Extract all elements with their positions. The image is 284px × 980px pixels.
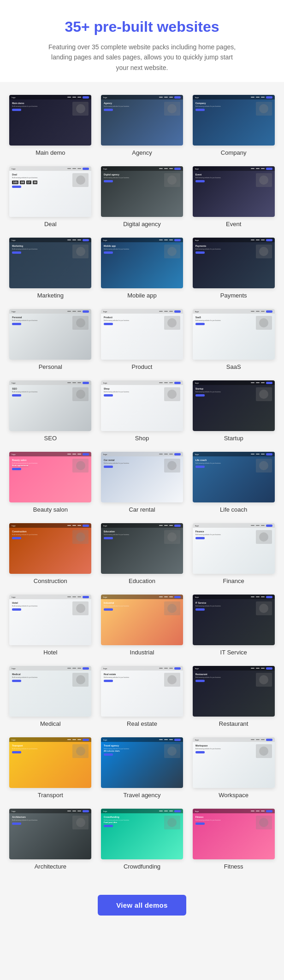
- item-label-real-estate: Real estate: [127, 720, 157, 727]
- thumb-inner-company: logo Company Build amazing websites for …: [193, 95, 275, 146]
- grid-item-main-demo[interactable]: logo Main demo Build amazing websites fo…: [5, 91, 96, 163]
- item-label-restaurant: Restaurant: [219, 720, 248, 727]
- grid-item-seo[interactable]: logo SEO Build amazing websites for your…: [5, 377, 96, 448]
- item-label-education: Education: [129, 578, 155, 584]
- item-label-digital-agency: Digital agency: [123, 221, 161, 228]
- item-label-car-rental: Car rental: [129, 506, 155, 513]
- thumb-inner-finance: logo Finance Build amazing websites for …: [193, 523, 275, 574]
- grid-item-medical[interactable]: logo Medical Build amazing websites for …: [5, 662, 96, 734]
- thumb-industrial: logo Industrial Build amazing websites f…: [101, 595, 183, 645]
- thumb-medical: logo Medical Build amazing websites for …: [9, 666, 91, 717]
- item-label-it-service: IT Service: [220, 649, 247, 656]
- demos-grid: logo Main demo Build amazing websites fo…: [0, 82, 284, 886]
- thumb-inner-car-rental: logo Car rental Build amazing websites f…: [101, 452, 183, 502]
- view-all-container: View all demos: [0, 886, 284, 929]
- item-label-industrial: Industrial: [130, 649, 154, 656]
- item-label-seo: SEO: [44, 435, 57, 442]
- thumb-workspace: logo Workspace Build amazing websites fo…: [193, 737, 275, 788]
- thumb-inner-event: logo Event Build amazing websites for yo…: [193, 166, 275, 217]
- item-label-payments: Payments: [220, 292, 247, 299]
- grid-item-life-coach[interactable]: logo Life coach Build amazing websites f…: [188, 448, 279, 519]
- thumb-inner-restaurant: logo Restaurant Build amazing websites f…: [193, 666, 275, 717]
- thumb-inner-architecture: logo Architecture Build amazing websites…: [9, 809, 91, 859]
- thumb-transport: logo Transport Build amazing websites fo…: [9, 737, 91, 788]
- grid-item-agency[interactable]: logo Agency Build amazing websites for y…: [96, 91, 188, 163]
- view-all-button[interactable]: View all demos: [98, 895, 186, 916]
- thumb-inner-digital-agency: logo Digital agency Build amazing websit…: [101, 166, 183, 217]
- grid-item-personal[interactable]: logo Personal Build amazing websites for…: [5, 305, 96, 377]
- grid-item-real-estate[interactable]: logo Real estate Build amazing websites …: [96, 662, 188, 734]
- grid-item-marketing[interactable]: logo Marketing Build amazing websites fo…: [5, 234, 96, 305]
- grid-item-startup[interactable]: logo Startup Build amazing websites for …: [188, 377, 279, 448]
- grid-item-construction[interactable]: logo Construction Build amazing websites…: [5, 519, 96, 591]
- thumb-inner-product: logo Product Build amazing websites for …: [101, 309, 183, 360]
- grid-item-finance[interactable]: logo Finance Build amazing websites for …: [188, 519, 279, 591]
- thumb-inner-construction: logo Construction Build amazing websites…: [9, 523, 91, 574]
- thumb-it-service: logo IT Service Build amazing websites f…: [193, 595, 275, 645]
- grid-item-mobile-app[interactable]: logo Mobile app Build amazing websites f…: [96, 234, 188, 305]
- item-label-finance: Finance: [223, 578, 244, 584]
- thumb-inner-fitness: logo Fitness Build amazing websites for …: [193, 809, 275, 859]
- grid-item-event[interactable]: logo Event Build amazing websites for yo…: [188, 163, 279, 234]
- item-label-construction: Construction: [34, 578, 67, 584]
- grid-item-product[interactable]: logo Product Build amazing websites for …: [96, 305, 188, 377]
- thumb-inner-travel-agency: logo Travel agency Build amazing website…: [101, 737, 183, 788]
- grid-item-restaurant[interactable]: logo Restaurant Build amazing websites f…: [188, 662, 279, 734]
- thumb-inner-agency: logo Agency Build amazing websites for y…: [101, 95, 183, 146]
- grid-item-saas[interactable]: logo SaaS Build amazing websites for you…: [188, 305, 279, 377]
- grid-item-it-service[interactable]: logo IT Service Build amazing websites f…: [188, 591, 279, 662]
- item-label-fitness: Fitness: [224, 863, 243, 870]
- thumb-inner-crowdfunding: logo Crowdfunding Build amazing websites…: [101, 809, 183, 859]
- item-label-medical: Medical: [40, 720, 61, 727]
- grid-item-digital-agency[interactable]: logo Digital agency Build amazing websit…: [96, 163, 188, 234]
- thumb-inner-main-demo: logo Main demo Build amazing websites fo…: [9, 95, 91, 146]
- grid-item-hotel[interactable]: logo Hotel Build amazing websites for yo…: [5, 591, 96, 662]
- thumb-inner-personal: logo Personal Build amazing websites for…: [9, 309, 91, 360]
- thumb-payments: logo Payments Build amazing websites for…: [193, 238, 275, 288]
- item-label-crowdfunding: Crowdfunding: [124, 863, 160, 870]
- item-label-workspace: Workspace: [219, 792, 248, 799]
- grid-item-workspace[interactable]: logo Workspace Build amazing websites fo…: [188, 734, 279, 805]
- grid-item-shop[interactable]: logo Shop Build amazing websites for you…: [96, 377, 188, 448]
- grid-item-deal[interactable]: logo Deal Build amazing websites for you…: [5, 163, 96, 234]
- thumb-inner-workspace: logo Workspace Build amazing websites fo…: [193, 737, 275, 788]
- grid-item-architecture[interactable]: logo Architecture Build amazing websites…: [5, 805, 96, 876]
- thumb-construction: logo Construction Build amazing websites…: [9, 523, 91, 574]
- item-label-personal: Personal: [39, 363, 62, 370]
- thumb-finance: logo Finance Build amazing websites for …: [193, 523, 275, 574]
- thumb-personal: logo Personal Build amazing websites for…: [9, 309, 91, 360]
- thumb-hotel: logo Hotel Build amazing websites for yo…: [9, 595, 91, 645]
- item-label-deal: Deal: [44, 221, 57, 228]
- thumb-inner-education: logo Education Build amazing websites fo…: [101, 523, 183, 574]
- item-label-mobile-app: Mobile app: [127, 292, 157, 299]
- grid-item-transport[interactable]: logo Transport Build amazing websites fo…: [5, 734, 96, 805]
- item-label-transport: Transport: [38, 792, 63, 799]
- grid-item-crowdfunding[interactable]: logo Crowdfunding Build amazing websites…: [96, 805, 188, 876]
- thumb-inner-seo: logo SEO Build amazing websites for your…: [9, 380, 91, 431]
- grid-item-company[interactable]: logo Company Build amazing websites for …: [188, 91, 279, 163]
- thumb-inner-startup: logo Startup Build amazing websites for …: [193, 380, 275, 431]
- thumb-agency: logo Agency Build amazing websites for y…: [101, 95, 183, 146]
- thumb-shop: logo Shop Build amazing websites for you…: [101, 380, 183, 431]
- thumb-real-estate: logo Real estate Build amazing websites …: [101, 666, 183, 717]
- thumb-product: logo Product Build amazing websites for …: [101, 309, 183, 360]
- thumb-inner-payments: logo Payments Build amazing websites for…: [193, 238, 275, 288]
- item-label-saas: SaaS: [226, 363, 241, 370]
- item-label-main-demo: Main demo: [36, 149, 65, 156]
- thumb-inner-marketing: logo Marketing Build amazing websites fo…: [9, 238, 91, 288]
- thumb-deal: logo Deal Build amazing websites for you…: [9, 166, 91, 217]
- grid-item-car-rental[interactable]: logo Car rental Build amazing websites f…: [96, 448, 188, 519]
- grid-item-payments[interactable]: logo Payments Build amazing websites for…: [188, 234, 279, 305]
- thumb-inner-life-coach: logo Life coach Build amazing websites f…: [193, 452, 275, 502]
- thumb-mobile-app: logo Mobile app Build amazing websites f…: [101, 238, 183, 288]
- thumb-inner-transport: logo Transport Build amazing websites fo…: [9, 737, 91, 788]
- header: 35+ pre-built websites Featuring over 35…: [0, 0, 284, 82]
- grid-item-beauty-salon[interactable]: logo Beauty salon Build amazing websites…: [5, 448, 96, 519]
- grid-item-travel-agency[interactable]: logo Travel agency Build amazing website…: [96, 734, 188, 805]
- grid-item-education[interactable]: logo Education Build amazing websites fo…: [96, 519, 188, 591]
- item-label-company: Company: [221, 149, 247, 156]
- grid-item-industrial[interactable]: logo Industrial Build amazing websites f…: [96, 591, 188, 662]
- thumb-saas: logo SaaS Build amazing websites for you…: [193, 309, 275, 360]
- item-label-agency: Agency: [132, 149, 152, 156]
- grid-item-fitness[interactable]: logo Fitness Build amazing websites for …: [188, 805, 279, 876]
